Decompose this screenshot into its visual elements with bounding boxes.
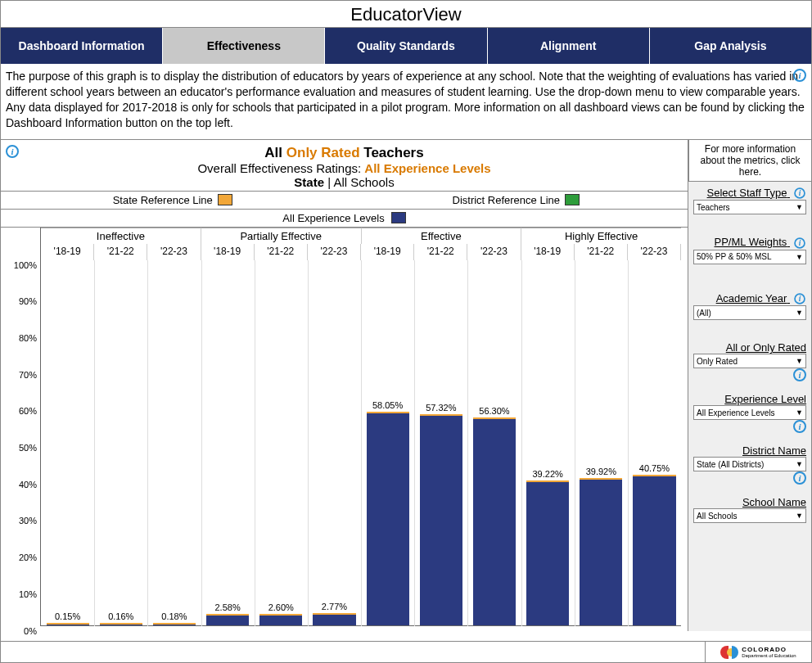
tab-gap-analysis[interactable]: Gap Analysis xyxy=(650,28,811,64)
bar[interactable]: 39.22% xyxy=(526,482,569,625)
state-reference-marker xyxy=(526,480,569,482)
state-ref-swatch xyxy=(218,194,232,205)
footer: COLORADODepartment of Education xyxy=(1,641,811,662)
district-label: District Name xyxy=(693,444,806,457)
info-icon[interactable]: i xyxy=(794,293,805,304)
filter-panel: For more information about the metrics, … xyxy=(688,140,811,631)
state-reference-marker xyxy=(633,475,675,476)
bar-cell: 58.05% xyxy=(361,260,414,625)
district-ref-swatch xyxy=(565,194,580,205)
y-tick: 50% xyxy=(19,443,37,453)
weights-label: PP/ML Weights xyxy=(715,236,787,248)
category-header: Ineffective xyxy=(41,228,201,244)
school-label: School Name xyxy=(693,496,806,508)
y-tick: 40% xyxy=(19,480,37,489)
year-header: '18-19 xyxy=(521,244,575,260)
exp-label: Experience Level xyxy=(693,393,806,405)
chevron-down-icon: ▼ xyxy=(796,203,803,211)
info-icon[interactable]: i xyxy=(793,420,806,433)
year-header: '21-22 xyxy=(575,244,628,260)
metrics-info-link[interactable]: For more information about the metrics, … xyxy=(688,140,811,182)
info-icon[interactable]: i xyxy=(793,368,806,381)
y-tick: 30% xyxy=(19,516,37,525)
state-reference-marker xyxy=(100,623,142,625)
info-icon[interactable]: i xyxy=(6,145,19,158)
tab-alignment[interactable]: Alignment xyxy=(488,28,650,64)
bar[interactable]: 58.05% xyxy=(367,413,409,625)
category-header: Highly Effective xyxy=(521,228,681,244)
legend-reference-lines: State Reference Line District Reference … xyxy=(1,192,688,210)
bar-cell: 57.32% xyxy=(414,260,467,625)
tab-dashboard-information[interactable]: Dashboard Information xyxy=(1,28,163,64)
legend-series: All Experience Levels xyxy=(1,210,688,228)
state-reference-marker xyxy=(206,614,249,616)
info-icon[interactable]: i xyxy=(793,471,806,485)
bar[interactable]: 40.75% xyxy=(633,476,675,625)
info-icon[interactable]: i xyxy=(793,69,806,82)
bar[interactable]: 0.15% xyxy=(47,625,89,625)
tab-effectiveness[interactable]: Effectiveness xyxy=(163,28,325,64)
state-reference-marker xyxy=(420,414,462,416)
rated-label: All or Only Rated xyxy=(693,341,806,354)
colorado-flag-icon xyxy=(720,646,738,659)
y-tick: 100% xyxy=(14,260,37,270)
staff-type-select[interactable]: Teachers▼ xyxy=(693,200,806,214)
state-reference-marker xyxy=(367,412,409,413)
bar-label: 58.05% xyxy=(372,400,403,410)
y-axis: 0%10%20%30%40%50%60%70%80%90%100% xyxy=(7,228,40,626)
district-select[interactable]: State (All Districts)▼ xyxy=(693,457,806,471)
bar[interactable]: 2.58% xyxy=(206,616,249,625)
bar-label: 0.15% xyxy=(55,611,80,621)
staff-type-label: Select Staff Type xyxy=(707,187,787,199)
bar[interactable]: 0.16% xyxy=(100,625,142,625)
description-block: i The purpose of this graph is to displa… xyxy=(1,64,811,140)
bar-cell: 40.75% xyxy=(628,260,681,625)
bar[interactable]: 56.30% xyxy=(473,419,516,625)
year-header: '22-23 xyxy=(628,244,681,260)
bar[interactable]: 57.32% xyxy=(420,416,462,625)
rated-select[interactable]: Only Rated▼ xyxy=(693,354,806,368)
chevron-down-icon: ▼ xyxy=(796,408,803,417)
year-header: '21-22 xyxy=(414,244,467,260)
colorado-doe-logo: COLORADODepartment of Education xyxy=(705,642,811,662)
school-select[interactable]: All Schools▼ xyxy=(693,508,806,523)
category-header: Effective xyxy=(362,228,522,244)
state-reference-marker xyxy=(153,623,196,625)
bar-cell: 56.30% xyxy=(467,260,521,625)
state-reference-marker xyxy=(259,614,302,616)
state-reference-marker xyxy=(473,417,516,419)
tab-quality-standards[interactable]: Quality Standards xyxy=(325,28,487,64)
bar[interactable]: 2.77% xyxy=(313,615,355,625)
bar[interactable]: 39.92% xyxy=(580,480,622,625)
exp-select[interactable]: All Experience Levels▼ xyxy=(693,405,806,420)
bar-label: 2.60% xyxy=(268,602,294,612)
year-header: '22-23 xyxy=(147,244,201,260)
plot-area: IneffectivePartially EffectiveEffectiveH… xyxy=(40,228,681,626)
bar-cell: 2.58% xyxy=(201,260,255,625)
weights-select[interactable]: 50% PP & 50% MSL▼ xyxy=(693,250,806,264)
y-tick: 60% xyxy=(19,406,37,416)
series-label: All Experience Levels xyxy=(282,212,384,224)
state-reference-marker xyxy=(580,478,622,480)
series-swatch xyxy=(391,212,406,223)
year-label: Academic Year xyxy=(716,292,787,304)
chevron-down-icon: ▼ xyxy=(796,253,803,261)
state-reference-marker xyxy=(47,623,89,625)
state-reference-marker xyxy=(313,613,355,615)
y-tick: 70% xyxy=(19,370,37,380)
info-icon[interactable]: i xyxy=(794,187,805,199)
info-icon[interactable]: i xyxy=(794,237,805,249)
year-select[interactable]: (All)▼ xyxy=(693,305,806,320)
chart-header: i All Only Rated Teachers Overall Effect… xyxy=(1,140,688,192)
year-header: '21-22 xyxy=(94,244,147,260)
bar-cell: 0.16% xyxy=(94,260,147,625)
bar[interactable]: 2.60% xyxy=(259,616,302,625)
page-title: EducatorView xyxy=(1,1,811,28)
description-text: The purpose of this graph is to display … xyxy=(6,70,805,129)
bar[interactable]: 0.18% xyxy=(153,625,196,625)
chevron-down-icon: ▼ xyxy=(796,357,803,365)
bar-label: 56.30% xyxy=(479,406,509,416)
y-tick: 20% xyxy=(19,552,37,562)
main-tabs: Dashboard Information Effectiveness Qual… xyxy=(1,28,811,64)
bar-cell: 0.18% xyxy=(147,260,201,625)
